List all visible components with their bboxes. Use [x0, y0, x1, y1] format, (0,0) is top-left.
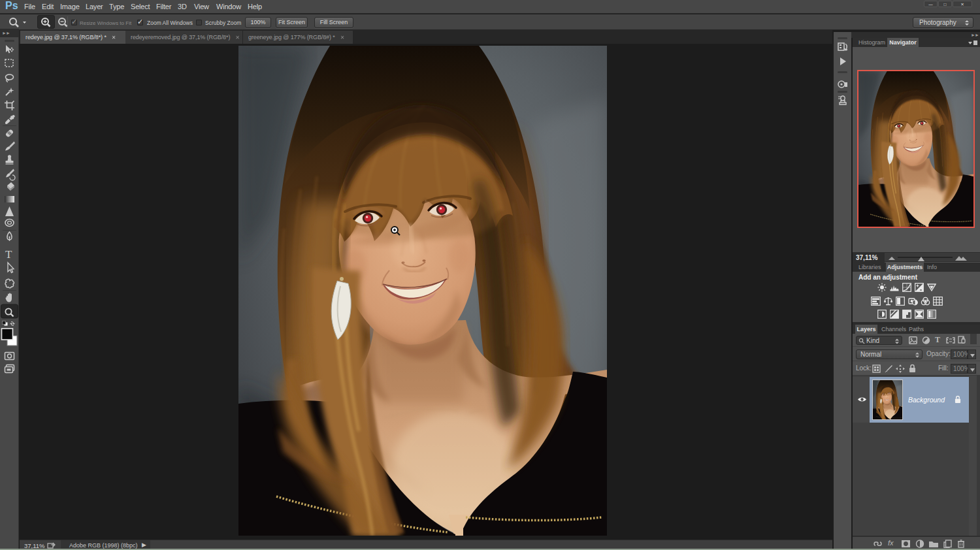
svg-text:T: T: [5, 248, 12, 261]
